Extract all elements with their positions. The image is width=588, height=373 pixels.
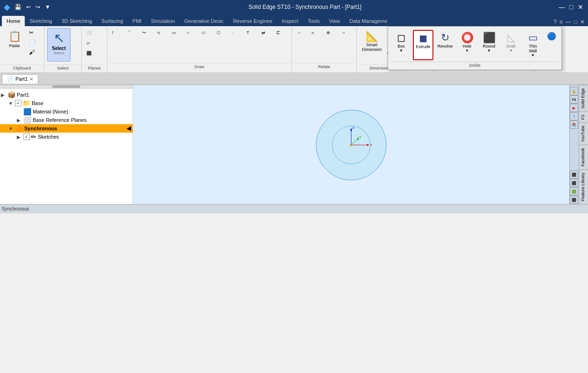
poly-icon: ⬡ [217,30,220,35]
tab-3d-sketching[interactable]: 3D Sketching [57,16,97,26]
part1-tab-close[interactable]: ✕ [29,77,33,82]
point-icon: · [232,30,233,35]
tab-view[interactable]: View [324,16,345,26]
tree-item-ref-planes[interactable]: ▶ ⬜ Base Reference Planes [0,116,133,124]
cut-button[interactable]: ✂ [27,28,41,37]
redo-button[interactable]: ↪ [34,3,42,11]
round-button[interactable]: ⬛ Round ▼ [479,30,499,60]
relate-btn-4[interactable]: ↔ [340,28,354,37]
hole-label: Hole [463,44,472,49]
hole-button[interactable]: ⭕ Hole ▼ [457,30,477,60]
plane-btn-3[interactable]: ⬛ [85,49,99,58]
close-button[interactable]: ✕ [577,3,584,11]
draw-poly-button[interactable]: ⬡ [215,28,229,37]
tab-surfacing[interactable]: Surfacing [97,16,128,26]
smart-dimension-button[interactable]: 📐 SmartDimension [360,28,384,62]
right-sidebar: 🔒 F3 ▶ f 📚 ⬛ ⬛ 🟩 ⬛ [569,85,579,204]
tab-inspect[interactable]: Inspect [277,16,303,26]
draw-rect-button[interactable]: ▭ [170,28,184,37]
revolve-button[interactable]: ↻ Revolve [435,30,455,60]
draw-curve-button[interactable]: 〜 [140,28,154,37]
draw-arc-button[interactable]: ⌒ [125,28,139,37]
sketches-checkbox[interactable] [23,134,30,140]
ribbon-toggle-button[interactable]: ≡ [558,18,564,26]
window-controls-close[interactable]: ✕ [579,18,586,26]
sidebar-extra-4[interactable]: ⬛ [570,196,578,204]
part1-tab[interactable]: 📄 Part1 ✕ [2,74,38,84]
tree-item-synchronous[interactable]: ▼ 🔶 Synchronous ◀ [0,124,133,133]
window-controls-collapse[interactable]: — [564,18,573,26]
undo-button[interactable]: ↩ [25,3,32,11]
paste-button[interactable]: 📋 Paste [3,28,26,61]
select-button[interactable]: ↖ Select Select [47,28,71,62]
arc-icon: ⌒ [127,30,131,36]
sidebar-extra-2[interactable]: ⬛ [570,179,578,187]
f3-sidebar-button[interactable]: F3 [570,95,578,104]
select-buttons: ↖ Select Select [46,27,79,63]
draw-ellipse-button[interactable]: ⬭ [200,28,214,37]
draw-circle-button[interactable]: ○ [185,28,199,37]
sidebar-extra-3[interactable]: 🟩 [570,187,578,196]
format-button[interactable]: 🖌 [27,48,41,57]
tree-item-root[interactable]: ▶ 📦 Part1 [0,91,133,99]
round-label: Round [483,44,496,49]
draw-text-button[interactable]: T [245,28,259,37]
line-icon: / [112,30,113,35]
facebook-button[interactable]: f [570,112,578,120]
ref-planes-icon: ⬜ [23,116,31,124]
youtube-button[interactable]: ▶ [570,104,578,112]
plane-btn-1[interactable]: ⬜ [85,28,99,37]
horizontal-scrollbar[interactable] [0,85,133,89]
tree-item-material[interactable]: 🟦 Material (None) [0,107,133,116]
maximize-button[interactable]: □ [567,3,575,11]
tab-home[interactable]: Home [2,16,25,26]
relate-buttons: → = ⊕ ↔ [294,27,354,62]
tree-item-sketches[interactable]: ▶ ✏ Sketches [0,133,133,141]
draw-label: Draw [109,63,290,70]
extra-solid-button[interactable]: 🔵 [545,30,559,60]
tab-reverse[interactable]: Reverse Enginee [228,16,277,26]
tab-simulation[interactable]: Simulation [146,16,179,26]
tab-tools[interactable]: Tools [303,16,325,26]
draw-point-button[interactable]: · [230,28,244,37]
solids-panel-row2: ◻ Box ▼ ◼ Extrude ↻ Revolve ⭕ Hole ▼ ⬛ R… [391,30,559,60]
facebook-panel-item[interactable]: Facebook [579,145,588,169]
sidebar-extra-1[interactable]: ⬛ [570,170,578,179]
save-button[interactable]: 💾 [13,3,23,11]
draw-spline-button[interactable]: ∿ [155,28,169,37]
box-button[interactable]: ◻ Box ▼ [391,30,411,60]
root-expander: ▶ [1,92,7,98]
relate-btn-1[interactable]: → [295,28,309,37]
thin-wall-button[interactable]: ▭ ThinWall ▼ [523,30,543,60]
relate-btn-2[interactable]: = [310,28,324,37]
relate-btn-3[interactable]: ⊕ [325,28,339,37]
extrude-button[interactable]: ◼ Extrude [413,30,433,60]
feature-library-panel-item[interactable]: Feature Library [579,169,588,204]
tree-item-base[interactable]: ▼ 📁 Base [0,99,133,107]
tab-sketching[interactable]: Sketching [25,16,57,26]
plane-btn-2[interactable]: ▱ [85,38,99,48]
draw-mirror-button[interactable]: ⇄ [260,28,274,37]
qa-dropdown-button[interactable]: ▼ [43,3,52,11]
base-checkbox[interactable] [15,100,21,106]
solids-dropdown-panel: ◻ Box ▼ ◼ Extrude ↻ Revolve ⭕ Hole ▼ ⬛ R… [388,26,562,70]
copy-button[interactable]: 📄 [27,38,41,47]
f3-panel-item[interactable]: F3 [579,112,588,123]
draw-offset-button[interactable]: ⊏ [275,28,289,37]
circle-icon: ○ [187,30,189,35]
feature-library-btn[interactable]: 📚 [570,120,578,129]
tab-data-management[interactable]: Data Manageme [345,16,392,26]
youtube-panel-item[interactable]: YouTube [579,122,588,145]
tab-pmi[interactable]: PMI [128,16,147,26]
draft-button[interactable]: ◺ Draft ▼ [501,30,521,60]
help-button[interactable]: ? [552,18,558,26]
window-controls-restore[interactable]: □ [573,18,579,26]
draw-line-button[interactable]: / [110,28,124,37]
solid-edge-panel-item[interactable]: Solid Edge [579,85,588,112]
base-label: Base [32,100,43,106]
lock-button[interactable]: 🔒 [570,87,578,95]
minimize-button[interactable]: — [558,3,566,11]
hole-icon: ⭕ [461,32,474,44]
cut-icon: ✂ [29,29,34,36]
tab-generative[interactable]: Generative Desic [180,16,228,26]
